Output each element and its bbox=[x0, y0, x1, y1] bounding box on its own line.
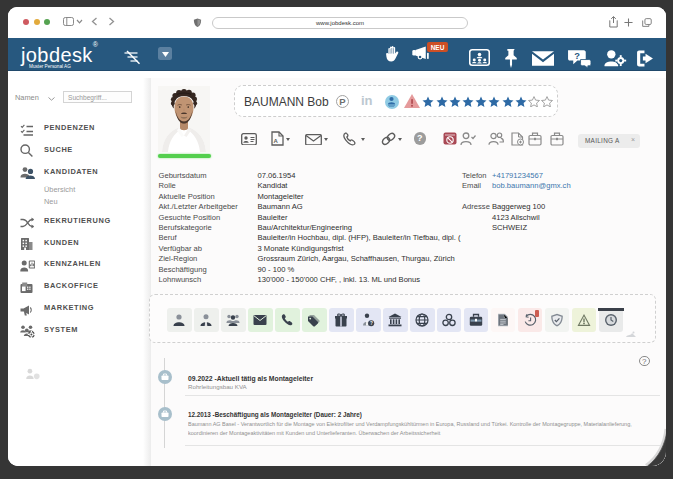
svg-text:?: ? bbox=[574, 50, 580, 60]
svg-text:?: ? bbox=[370, 321, 373, 326]
svg-text:A: A bbox=[274, 138, 279, 144]
